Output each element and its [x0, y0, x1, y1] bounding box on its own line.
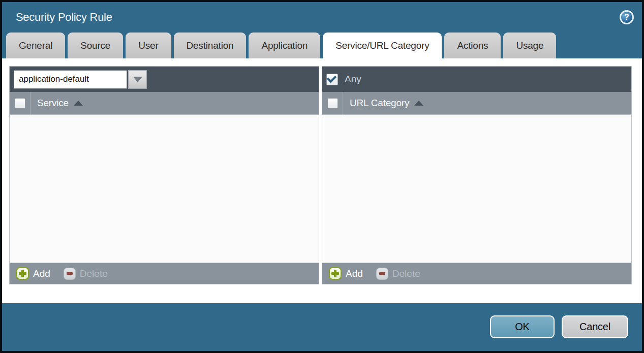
url-category-panel-footer: Add Delete — [322, 263, 631, 284]
service-panel: Service Add Delete — [9, 66, 319, 284]
service-column-label[interactable]: Service — [37, 98, 83, 109]
tab-user[interactable]: User — [126, 33, 171, 58]
service-add-button[interactable]: Add — [16, 267, 50, 280]
service-column-text: Service — [37, 98, 69, 109]
caret-down-icon — [133, 77, 142, 82]
delete-label: Delete — [80, 268, 108, 279]
service-list[interactable] — [10, 115, 319, 263]
any-checkbox[interactable] — [326, 74, 338, 85]
add-label: Add — [33, 268, 50, 279]
url-category-add-button[interactable]: Add — [329, 267, 363, 280]
delete-icon — [64, 268, 76, 280]
url-category-list[interactable] — [322, 115, 631, 263]
delete-label: Delete — [392, 268, 420, 279]
service-type-dropdown-button[interactable] — [128, 70, 147, 89]
tab-general[interactable]: General — [6, 33, 65, 58]
tab-content: Service Add Delete Any — [2, 58, 642, 303]
add-icon — [329, 267, 342, 280]
service-type-combo — [14, 70, 147, 89]
service-type-input[interactable] — [14, 70, 127, 89]
service-column-header: Service — [10, 92, 319, 115]
add-label: Add — [346, 268, 363, 279]
help-icon[interactable]: ? — [620, 10, 634, 24]
service-select-all-cell — [10, 92, 30, 114]
url-category-column-label[interactable]: URL Category — [350, 98, 423, 109]
tab-destination[interactable]: Destination — [174, 33, 247, 58]
tab-usage[interactable]: Usage — [503, 33, 556, 58]
title-bar: Security Policy Rule ? — [2, 2, 642, 33]
any-label: Any — [345, 74, 361, 85]
ok-button[interactable]: OK — [490, 315, 555, 338]
service-select-all-checkbox[interactable] — [15, 98, 25, 109]
url-category-panel-header: Any — [322, 67, 631, 92]
delete-icon — [376, 268, 388, 280]
service-panel-footer: Add Delete — [10, 263, 319, 284]
dialog-footer: OK Cancel — [2, 303, 642, 350]
tab-service-url-category[interactable]: Service/URL Category — [323, 33, 442, 58]
dialog-title: Security Policy Rule — [16, 11, 112, 24]
security-policy-rule-dialog: Security Policy Rule ? General Source Us… — [0, 0, 644, 353]
cancel-button[interactable]: Cancel — [562, 315, 628, 338]
sort-ascending-icon — [74, 101, 83, 106]
url-category-select-all-cell — [322, 92, 343, 114]
service-delete-button: Delete — [64, 268, 108, 280]
url-category-column-header: URL Category — [322, 92, 631, 115]
url-category-column-text: URL Category — [350, 98, 409, 109]
tab-source[interactable]: Source — [68, 33, 123, 58]
url-category-panel: Any URL Category Add Delete — [322, 66, 632, 284]
url-category-select-all-checkbox[interactable] — [327, 98, 338, 109]
sort-ascending-icon — [414, 101, 423, 106]
tab-bar: General Source User Destination Applicat… — [2, 33, 642, 58]
url-category-delete-button: Delete — [376, 268, 420, 280]
add-icon — [16, 267, 29, 280]
service-panel-header — [10, 67, 319, 92]
tab-application[interactable]: Application — [249, 33, 320, 58]
tab-actions[interactable]: Actions — [444, 33, 501, 58]
